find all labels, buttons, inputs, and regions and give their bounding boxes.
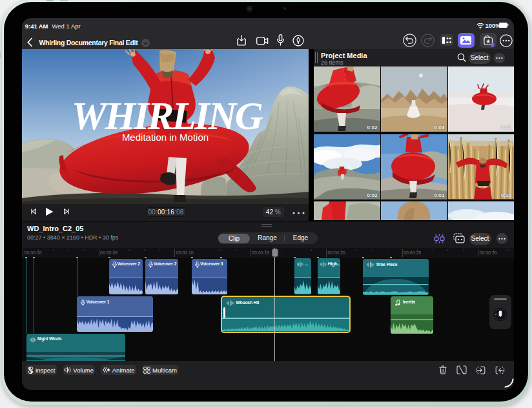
svg-text:Meditation in Motion: Meditation in Motion [121, 132, 208, 143]
svg-text:WHIRLING: WHIRLING [71, 94, 263, 138]
